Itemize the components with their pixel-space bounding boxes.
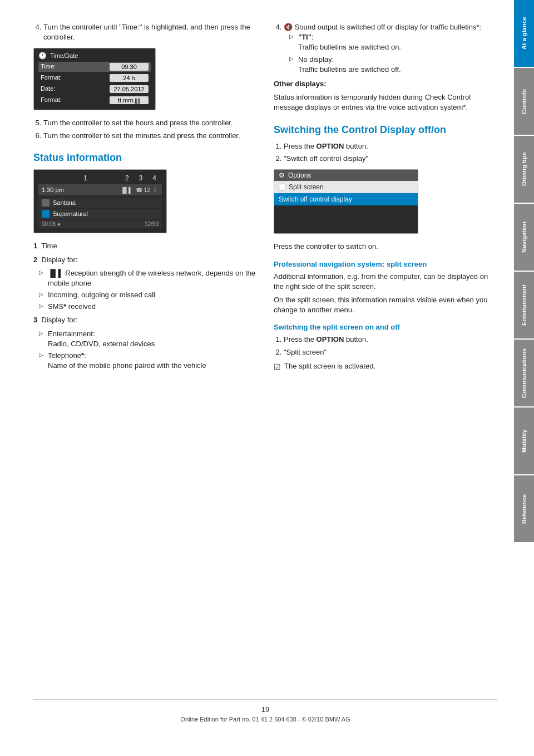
step-5: Turn the controller to set the hours and… <box>43 118 257 128</box>
right-column: 🔇 Sound output is switched off or displa… <box>274 22 497 683</box>
status-numbers: 1 2 3 4 <box>38 174 162 182</box>
sidebar: At a glance Controls Driving tips Naviga… <box>514 0 534 756</box>
bullet-list-4: "TI":Traffic bulletins are switched on. … <box>284 32 497 75</box>
sidebar-tab-reference[interactable]: Reference <box>514 475 534 542</box>
page-number: 19 <box>33 705 497 714</box>
status-bar-right: ▐▌▌ ☎ 12 ☾ <box>121 187 159 193</box>
options-switchoff-item: Switch off control display <box>274 193 418 205</box>
split-screen-sub-heading: Switching the split screen on and off <box>274 323 497 331</box>
sidebar-tab-communications[interactable]: Communications <box>514 340 534 406</box>
music-icon <box>42 199 50 207</box>
status-information-heading: Status information <box>33 152 257 164</box>
footer-text: Online Edition for Part no. 01 41 2 604 … <box>33 716 497 723</box>
control-step-1: Press the OPTION button. <box>284 141 497 151</box>
status-image: 1 2 3 4 1:30 pm ▐▌▌ ☎ 12 ☾ <box>33 169 167 233</box>
status-num2: 2 <box>125 174 129 182</box>
bullet-list-2: ▐▌▌ Reception strength of the wireless n… <box>33 268 257 312</box>
timedate-row-format1: Format: 24 h <box>38 73 151 83</box>
num1-desc: 1 Time <box>33 241 257 251</box>
control-display-steps: Press the OPTION button. "Switch off con… <box>274 141 497 164</box>
num3-desc: 3 Display for: <box>33 315 257 325</box>
num2-desc: 2 Display for: <box>33 255 257 265</box>
options-image: ⚙ Options Split screen Switch off contro… <box>274 169 418 234</box>
status-time-row: 00:08 ● 12/99 <box>38 220 162 228</box>
status-num4: 4 <box>152 174 156 182</box>
bullet-item-sms: SMS* received <box>39 302 257 312</box>
step-6: Turn the controller to set the minutes a… <box>43 131 257 141</box>
timedate-row-format2: Format: tt.mm.jjjj <box>38 95 151 105</box>
sidebar-tab-entertainment[interactable]: Entertainment <box>514 272 534 338</box>
status-num1: 1 <box>83 174 87 182</box>
other-displays-label: Other displays: <box>274 79 497 89</box>
options-gear-icon: ⚙ <box>279 171 285 179</box>
page-footer: 19 Online Edition for Part no. 01 41 2 6… <box>33 699 497 723</box>
control-display-heading: Switching the Control Display off/on <box>274 124 497 136</box>
step-4-right: 🔇 Sound output is switched off or displa… <box>284 22 497 75</box>
options-split-screen-item: Split screen <box>274 181 418 193</box>
bullet-ti: "TI":Traffic bulletins are switched on. <box>289 32 497 52</box>
clock-icon: 🕐 <box>38 52 47 60</box>
sidebar-tab-navigation[interactable]: Navigation <box>514 204 534 271</box>
bullet-no-display: No display:Traffic bulletins are switche… <box>289 55 497 75</box>
options-title-bar: ⚙ Options <box>274 170 418 181</box>
options-note: Press the controller to switch on. <box>274 242 497 252</box>
split-checkmark-item: ☑ The split screen is activated. <box>274 362 497 371</box>
split-step-1: Press the OPTION button. <box>284 335 497 345</box>
pro-nav-p2: On the split screen, this information re… <box>274 295 497 315</box>
pro-nav-heading: Professional navigation system: split sc… <box>274 260 497 268</box>
control-step-2: "Switch off control display" <box>284 154 497 164</box>
album-icon <box>42 210 50 218</box>
status-album-row: Supernatural <box>38 209 162 219</box>
sidebar-tab-driving[interactable]: Driving tips <box>514 136 534 203</box>
other-displays-desc: Status information is temporarily hidden… <box>274 92 497 112</box>
bullet-list-3: Entertainment:Radio, CD/DVD, external de… <box>33 329 257 371</box>
bullet-item-reception: ▐▌▌ Reception strength of the wireless n… <box>39 268 257 288</box>
bullet-item-incoming: Incoming, outgoing or missed call <box>39 290 257 300</box>
status-num3: 3 <box>139 174 143 182</box>
checkmark-icon: ☑ <box>274 362 281 371</box>
sidebar-tab-at-glance[interactable]: At a glance <box>514 0 534 67</box>
timedate-title: 🕐 Time/Date <box>38 52 151 60</box>
split-step-2: "Split screen" <box>284 347 497 357</box>
bullet-item-entertainment: Entertainment:Radio, CD/DVD, external de… <box>39 329 257 349</box>
timedate-row-time: Time: 09:30 <box>38 62 151 72</box>
status-bar: 1:30 pm ▐▌▌ ☎ 12 ☾ <box>38 184 162 195</box>
pro-nav-p1: Additional information, e.g. from the co… <box>274 272 497 292</box>
split-screen-steps: Press the OPTION button. "Split screen" <box>274 335 497 357</box>
split-screen-checkbox <box>279 184 285 190</box>
status-song-row: Santana <box>38 198 162 208</box>
sidebar-tab-mobility[interactable]: Mobility <box>514 408 534 474</box>
left-column: Turn the controller until "Time:" is hig… <box>33 22 257 683</box>
timedate-row-date: Date: 27.05.2012 <box>38 84 151 94</box>
step-4: Turn the controller until "Time:" is hig… <box>43 22 257 42</box>
sidebar-tab-controls[interactable]: Controls <box>514 68 534 135</box>
timedate-image: 🕐 Time/Date Time: 09:30 Format: 24 h Dat… <box>33 48 156 110</box>
bullet-item-telephone: Telephone*:Name of the mobile phone pair… <box>39 351 257 371</box>
